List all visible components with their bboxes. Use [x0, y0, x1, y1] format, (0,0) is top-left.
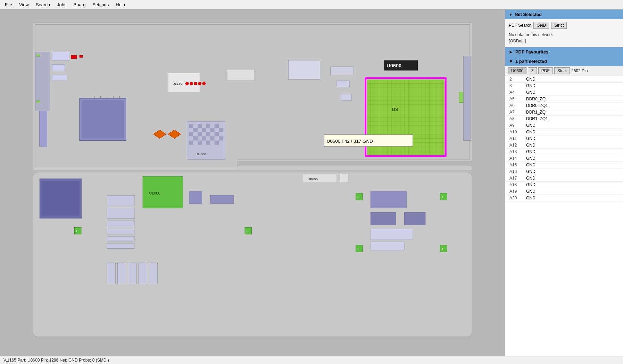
svg-rect-96	[337, 81, 349, 87]
svg-rect-33	[189, 132, 193, 136]
net-selected-content: PDF Search GND Strict No data for this n…	[505, 19, 623, 47]
svg-rect-26	[198, 124, 202, 128]
pin-net: DDR1_ZQ1	[526, 116, 548, 121]
svg-rect-37	[193, 136, 198, 140]
pin-id: A13	[509, 149, 523, 154]
pin-row[interactable]: A14GND	[505, 155, 623, 162]
pin-id: A18	[509, 182, 523, 187]
pin-row[interactable]: A6DDR0_ZQ1	[505, 102, 623, 109]
svg-rect-6	[52, 75, 67, 80]
board-view[interactable]: J5150	[0, 10, 505, 356]
pin-row[interactable]: A8DDR1_ZQ1	[505, 116, 623, 122]
net-search-row: PDF Search GND Strict	[509, 22, 620, 29]
svg-rect-25	[189, 124, 193, 128]
pin-list[interactable]: 2GND3GNDA4GNDA5DDR0_ZQA6DDR0_ZQ1A7DDR1_Z…	[505, 76, 623, 356]
svg-rect-35	[206, 132, 210, 136]
svg-rect-126	[210, 195, 234, 204]
pin-net: GND	[526, 163, 535, 167]
svg-rect-97	[341, 94, 351, 100]
board-svg: J5150	[0, 10, 505, 356]
menu-file[interactable]: File	[1, 1, 16, 8]
z-button[interactable]: Z	[528, 67, 537, 74]
pin-row[interactable]: A13GND	[505, 149, 623, 155]
pin-row[interactable]: A17GND	[505, 175, 623, 182]
gnd-button[interactable]: GND	[533, 22, 549, 29]
svg-rect-130	[371, 229, 413, 240]
svg-rect-99	[463, 56, 471, 141]
pdf-fav-arrow: ►	[509, 49, 513, 55]
pin-row[interactable]: A9GND	[505, 122, 623, 129]
pdf-favourites-header[interactable]: ► PDF Favourites	[505, 47, 623, 57]
strict-button-net[interactable]: Strict	[551, 22, 567, 29]
pin-row[interactable]: A7DDR1_ZQ	[505, 109, 623, 116]
svg-rect-135	[139, 263, 147, 284]
pin-row[interactable]: A11GND	[505, 135, 623, 142]
svg-rect-36	[215, 132, 219, 136]
pdf-button[interactable]: PDF	[538, 67, 553, 74]
pin-row[interactable]: 3GND	[505, 83, 623, 89]
svg-rect-38	[202, 136, 206, 140]
pin-id: A11	[509, 136, 523, 141]
pin-net: GND	[526, 182, 535, 187]
menu-help[interactable]: Help	[112, 1, 128, 8]
pin-net: GND	[526, 130, 535, 134]
pin-id: 3	[509, 83, 523, 88]
svg-rect-94	[36, 54, 40, 57]
pin-row[interactable]: A4GND	[505, 89, 623, 96]
svg-text:1: 1	[441, 195, 443, 199]
menu-search[interactable]: Search	[32, 1, 53, 8]
strict-button-part[interactable]: Strict	[554, 67, 570, 74]
svg-rect-128	[371, 212, 396, 225]
pin-net: GND	[526, 90, 535, 95]
svg-rect-5	[52, 65, 65, 71]
pin-row[interactable]: A19GND	[505, 188, 623, 195]
menu-jobs[interactable]: Jobs	[53, 1, 70, 8]
menu-board[interactable]: Board	[70, 1, 89, 8]
statusbar: V.1165 Part: U0600 Pin: 1296 Net: GND Pr…	[0, 356, 623, 364]
svg-rect-125	[189, 191, 202, 204]
menu-settings[interactable]: Settings	[89, 1, 112, 8]
pin-id: A10	[509, 130, 523, 134]
pin-row[interactable]: A15GND	[505, 162, 623, 168]
svg-rect-30	[202, 128, 206, 132]
pin-row[interactable]: A20GND	[505, 195, 623, 201]
pin-row[interactable]: A10GND	[505, 129, 623, 135]
part-id-button[interactable]: U0600	[508, 67, 526, 74]
svg-text:JP600: JP600	[308, 177, 318, 181]
pin-net: GND	[526, 136, 535, 141]
pin-row[interactable]: 2GND	[505, 76, 623, 83]
pin-id: 2	[509, 77, 523, 82]
part-selected-toolbar: U0600 Z PDF Strict 2502 Pin	[505, 66, 623, 76]
svg-rect-39	[210, 136, 215, 140]
pin-id: A16	[509, 169, 523, 174]
pin-row[interactable]: A16GND	[505, 168, 623, 175]
pin-row[interactable]: A5DDR0_ZQ	[505, 96, 623, 102]
svg-rect-29	[193, 128, 198, 132]
net-selected-header[interactable]: ▼ Net Selected	[505, 10, 623, 19]
main-area: J5150	[0, 10, 623, 356]
svg-rect-129	[404, 212, 425, 225]
svg-rect-90	[331, 67, 354, 75]
pin-id: A7	[509, 110, 523, 115]
svg-point-12	[190, 82, 193, 85]
pin-id: A4	[509, 90, 523, 95]
pin-id: A8	[509, 116, 523, 121]
pin-net: GND	[526, 176, 535, 181]
svg-rect-106	[107, 221, 134, 227]
part-selected-arrow: ▼	[509, 59, 513, 64]
svg-rect-8	[80, 55, 83, 57]
menu-view[interactable]: View	[16, 1, 32, 8]
pin-row[interactable]: A18GND	[505, 182, 623, 188]
pin-net: GND	[526, 77, 535, 82]
svg-point-14	[198, 82, 201, 85]
pin-net: GND	[526, 189, 535, 194]
svg-rect-105	[107, 208, 134, 218]
pin-id: A9	[509, 123, 523, 128]
pin-row[interactable]: A12GND	[505, 142, 623, 149]
part-selected-header[interactable]: ▼ 1 part selected	[505, 57, 623, 66]
pin-net: GND	[526, 83, 535, 88]
part-selected-title: 1 part selected	[515, 59, 547, 64]
statusbar-text: V.1165 Part: U0600 Pin: 1296 Net: GND Pr…	[3, 358, 109, 363]
pin-id: A17	[509, 176, 523, 181]
net-no-data: No data for this network [OBData]	[509, 32, 620, 44]
